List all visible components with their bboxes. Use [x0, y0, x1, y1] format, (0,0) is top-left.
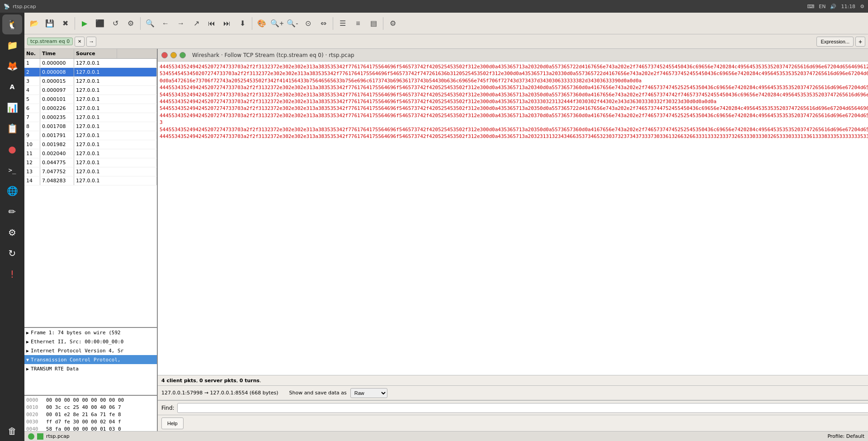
detail-transum[interactable]: ▶ TRANSUM RTE Data — [24, 364, 157, 373]
bytes-row-4: 0040 58 fa 00 00 00 00 01 03 0 — [26, 426, 155, 431]
colorize-btn[interactable]: 🎨 — [255, 16, 269, 31]
packet-row-9[interactable]: 9 0.001791 127.0.0.1 — [24, 131, 157, 140]
packet-row-13[interactable]: 13 7.047752 127.0.0.1 — [24, 167, 157, 176]
resize-columns-btn[interactable]: ⇔ — [316, 16, 330, 31]
bytes-offset-1: 0010 — [26, 404, 42, 411]
find-packet-btn[interactable]: 🔍 — [143, 16, 157, 31]
packet-row-3[interactable]: 3 0.000015 127.0.0.1 — [24, 77, 157, 86]
zoom-in-btn[interactable]: 🔍+ — [270, 16, 284, 31]
packet-row-11[interactable]: 11 0.002040 127.0.0.1 — [24, 149, 157, 158]
sidebar-icon-update[interactable]: ↻ — [2, 243, 22, 263]
filter-arrow-btn[interactable]: → — [86, 37, 96, 47]
detail-triangle-transum: ▶ — [26, 366, 29, 371]
show-packet-list-btn[interactable]: ☰ — [335, 16, 350, 31]
packet-row-1[interactable]: 1 0.000000 127.0.0.1 — [24, 59, 157, 68]
client-pkts-label: 4 client pkts, 0 server pkts, 0 turns. — [161, 378, 261, 384]
sidebar-icon-network[interactable]: ! — [2, 264, 22, 284]
sidebar-icon-presentation[interactable]: 📋 — [2, 119, 22, 138]
packet-row-6[interactable]: 6 0.000226 127.0.0.1 — [24, 104, 157, 113]
add-filter-btn[interactable]: + — [855, 37, 865, 47]
statusbar: rtsp.pcap Profile: Default — [24, 431, 868, 441]
detail-ethernet[interactable]: ▶ Ethernet II, Src: 00:00:00_00:0 — [24, 337, 157, 346]
show-packet-detail-btn[interactable]: ≡ — [351, 16, 365, 31]
close-capture-btn[interactable]: ✖ — [58, 16, 72, 31]
stream-content[interactable]: 4445534352494245207274733703a2f2f3132372… — [158, 62, 868, 375]
packet-row-14[interactable]: 14 7.048283 127.0.0.1 — [24, 176, 157, 185]
last-packet-btn[interactable]: ⏭ — [220, 16, 234, 31]
normal-size-btn[interactable]: ⊙ — [301, 16, 315, 31]
packet-row-2[interactable]: 2 0.000008 127.0.0.1 — [24, 68, 157, 77]
dialog-close-btn[interactable] — [161, 52, 168, 58]
statusbar-filename: rtsp.pcap — [46, 433, 70, 439]
bytes-hex-2: 00 01 e2 8e 21 6a 71 fe 8 — [46, 411, 137, 418]
sep4 — [333, 17, 333, 30]
detail-triangle-eth: ▶ — [26, 339, 29, 344]
sidebar-icon-firefox[interactable]: 🦊 — [2, 56, 22, 76]
keyboard-icon: ⌨ — [807, 4, 814, 9]
volume-icon: 🔊 — [830, 4, 836, 9]
sidebar-icon-ubuntu[interactable]: 🐧 — [2, 14, 22, 34]
sidebar-icon-terminal[interactable]: >_ — [2, 160, 22, 180]
sidebar-icon-trash[interactable]: 🗑 — [2, 421, 22, 441]
detail-label-ip: Internet Protocol Version 4, Sr — [31, 348, 123, 354]
sidebar-icon-settings[interactable]: ⚙ — [2, 223, 22, 242]
status-indicator — [28, 433, 34, 440]
stop-capture-btn[interactable]: ⬛ — [93, 16, 107, 31]
packet-row-12[interactable]: 12 0.044775 127.0.0.1 — [24, 158, 157, 167]
filter-tag[interactable]: tcp.stream eq 0 — [27, 38, 73, 45]
first-packet-btn[interactable]: ⏮ — [204, 16, 219, 31]
capture-options-btn[interactable]: ⚙ — [123, 16, 138, 31]
window-title: rtsp.pcap — [13, 4, 36, 9]
sidebar-icon-amazon[interactable]: A — [2, 77, 22, 97]
clock: 11:18 — [841, 4, 855, 9]
packet-bytes-area: 0000 00 00 00 00 00 00 00 00 00 0010 00 … — [24, 395, 157, 431]
sidebar: 🐧 📁 🦊 A 📊 📋 ● >_ 🌐 ✏ ⚙ ↻ ! 🗑 — [0, 13, 24, 441]
filter-bar: tcp.stream eq 0 ✕ → Expression... + — [24, 34, 868, 49]
open-capture-btn[interactable]: 📂 — [27, 16, 42, 31]
action-buttons: Help Filter Out This Stream Print Save a… — [158, 415, 868, 431]
packet-row-4[interactable]: 4 0.000097 127.0.0.1 — [24, 86, 157, 95]
detail-label-transum: TRANSUM RTE Data — [31, 366, 79, 372]
go-forward-btn[interactable]: → — [174, 16, 188, 31]
sidebar-icon-files[interactable]: 📁 — [2, 35, 22, 55]
lang-indicator: EN — [819, 4, 826, 9]
stats-bar: 4 client pkts, 0 server pkts, 0 turns. — [158, 375, 868, 386]
expression-btn[interactable]: Expression... — [816, 37, 854, 47]
bytes-hex-0: 00 00 00 00 00 00 00 00 00 — [46, 397, 137, 404]
sidebar-icon-app1[interactable]: ● — [2, 139, 22, 159]
restart-capture-btn[interactable]: ↺ — [108, 16, 123, 31]
sidebar-icon-chrome[interactable]: 🌐 — [2, 181, 22, 201]
bytes-offset-2: 0020 — [26, 411, 42, 418]
packet-row-5[interactable]: 5 0.000101 127.0.0.1 — [24, 95, 157, 104]
sidebar-icon-spreadsheet[interactable]: 📊 — [2, 98, 22, 118]
auto-scroll-btn[interactable]: ⬇ — [235, 16, 250, 31]
sidebar-icon-editor[interactable]: ✏ — [2, 202, 22, 222]
go-back-btn[interactable]: ← — [158, 16, 173, 31]
goto-packet-btn[interactable]: ↗ — [189, 16, 203, 31]
settings-icon: ⚙ — [860, 4, 864, 9]
detail-triangle-tcp: ▼ — [26, 357, 29, 362]
packet-row-10[interactable]: 10 0.001982 127.0.0.1 — [24, 140, 157, 149]
start-capture-btn[interactable]: ▶ — [77, 16, 92, 31]
clear-filter-btn[interactable]: ✕ — [75, 37, 85, 47]
format-select[interactable]: Raw ASCII EBCDIC Hex Dump C Arrays YAML — [350, 388, 387, 398]
save-capture-btn[interactable]: 💾 — [42, 16, 57, 31]
bytes-hex-3: ff d7 fe 30 00 00 02 04 f — [46, 418, 137, 426]
zoom-out-btn[interactable]: 🔍- — [285, 16, 300, 31]
find-input[interactable] — [177, 403, 868, 413]
statusbar-profile: Profile: Default — [827, 433, 864, 439]
dialog-maximize-btn[interactable] — [179, 52, 186, 58]
save-data-label: Show and save data as — [289, 390, 346, 396]
dialog-minimize-btn[interactable] — [170, 52, 177, 58]
detail-frame[interactable]: ▶ Frame 1: 74 bytes on wire (592 — [24, 328, 157, 337]
packet-row-7[interactable]: 7 0.000235 127.0.0.1 — [24, 113, 157, 122]
detail-tcp[interactable]: ▼ Transmission Control Protocol, — [24, 355, 157, 364]
bytes-row-1: 0010 00 3c cc 25 40 00 40 06 7 — [26, 404, 155, 411]
packet-row-8[interactable]: 8 0.001708 127.0.0.1 — [24, 122, 157, 131]
help-btn[interactable]: Help — [161, 417, 184, 429]
prefs-btn[interactable]: ⚙ — [386, 16, 400, 31]
packet-list: No. Time Source 1 0.000000 127.0.0.1 2 0… — [24, 49, 157, 327]
find-label: Find: — [161, 405, 175, 411]
show-packet-bytes-btn[interactable]: ▤ — [366, 16, 381, 31]
detail-ip[interactable]: ▶ Internet Protocol Version 4, Sr — [24, 346, 157, 355]
